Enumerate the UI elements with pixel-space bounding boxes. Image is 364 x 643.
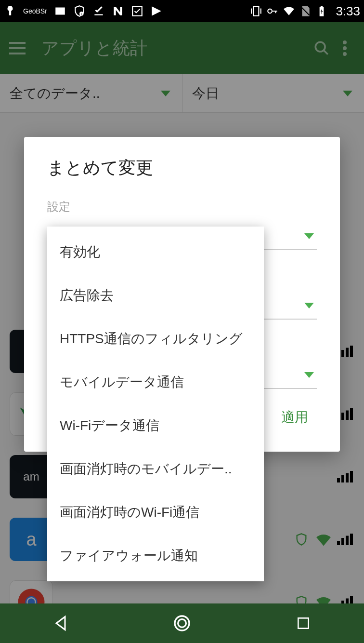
svg-rect-35 (298, 618, 308, 628)
home-icon (172, 614, 192, 633)
status-small-text: GeoBSr (23, 7, 47, 15)
wifi-icon (283, 5, 295, 17)
dialog-section-settings: 設定 (47, 199, 317, 214)
status-time: 3:33 (336, 4, 360, 19)
settings-dropdown-menu: 有効化 広告除去 HTTPS通信のフィルタリング モバイルデータ通信 Wi-Fi… (47, 227, 264, 581)
svg-point-2 (268, 9, 273, 13)
status-right: 3:33 (250, 4, 360, 19)
nav-back-button[interactable] (46, 609, 75, 638)
svg-point-34 (178, 619, 186, 628)
svg-point-33 (175, 616, 189, 630)
status-bar: GeoBSr i 3:33 (0, 0, 364, 22)
menu-item-wifi-data[interactable]: Wi-Fiデータ通信 (47, 404, 264, 447)
apply-button[interactable]: 適用 (273, 402, 317, 432)
chevron-down-icon (304, 233, 314, 239)
menu-item-adblock[interactable]: 広告除去 (47, 274, 264, 317)
key-icon (266, 5, 279, 17)
n-icon (112, 5, 124, 17)
status-left: GeoBSr i (4, 5, 250, 17)
no-sim-icon (299, 5, 312, 17)
check2-icon (131, 5, 143, 17)
screen: GeoBSr i 3:33 アプリと統計 (0, 0, 364, 643)
back-icon (52, 615, 69, 632)
navigation-bar (0, 603, 364, 643)
svg-text:i: i (81, 13, 81, 16)
menu-item-mobile-data[interactable]: モバイルデータ通信 (47, 361, 264, 404)
keyhole-icon (4, 5, 16, 17)
vibrate-icon (250, 5, 262, 17)
picture-icon (54, 5, 66, 17)
battery-charging-icon (315, 5, 328, 17)
menu-item-screen-off-wifi[interactable]: 画面消灯時のWi-Fi通信 (47, 491, 264, 534)
chevron-down-icon (304, 372, 314, 378)
play-icon (150, 5, 163, 17)
shield-icon: i (73, 5, 86, 17)
menu-item-firewall-notify[interactable]: ファイアウォール通知 (47, 534, 264, 577)
recents-icon (296, 616, 311, 631)
nav-recents-button[interactable] (289, 609, 318, 638)
chevron-down-icon (304, 303, 314, 308)
menu-item-screen-off-mobile[interactable]: 画面消灯時のモバイルデー.. (47, 447, 264, 491)
check-icon (92, 5, 105, 17)
menu-item-https-filter[interactable]: HTTPS通信のフィルタリング (47, 317, 264, 361)
nav-home-button[interactable] (168, 609, 196, 638)
dialog-title: まとめて変更 (47, 156, 317, 180)
menu-item-enable[interactable]: 有効化 (47, 230, 264, 274)
